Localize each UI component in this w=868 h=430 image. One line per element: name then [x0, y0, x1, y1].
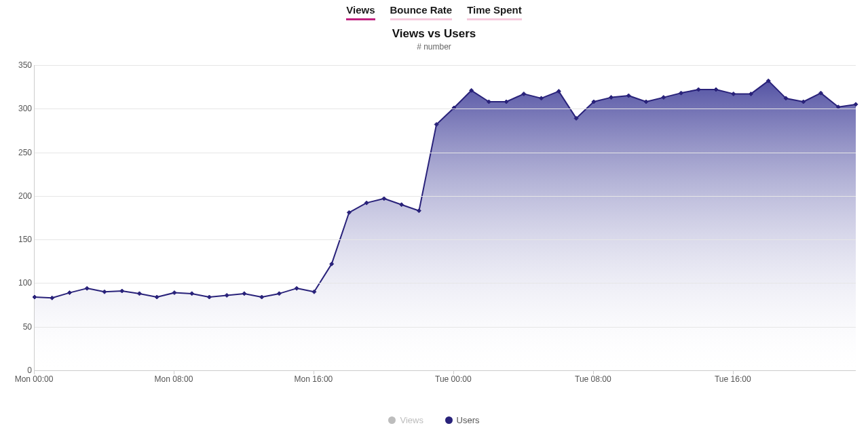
- plot-box[interactable]: [34, 65, 856, 371]
- tab-views[interactable]: Views: [346, 4, 375, 20]
- grid-line: [35, 153, 856, 153]
- grid-line: [35, 196, 856, 197]
- y-axis-label: 150: [5, 235, 32, 244]
- chart-area: 050100150200250300350Mon 00:00Mon 08:00M…: [0, 52, 868, 404]
- y-axis-label: 0: [5, 366, 32, 375]
- legend-label-users: Users: [457, 415, 480, 425]
- legend-item-users[interactable]: Users: [445, 415, 480, 425]
- y-axis-label: 100: [5, 278, 32, 288]
- grid-line: [35, 239, 856, 240]
- tab-bounce-rate[interactable]: Bounce Rate: [390, 4, 453, 20]
- y-axis-label: 200: [5, 191, 32, 201]
- chart-title: Views vs Users: [0, 27, 868, 41]
- grid-line: [35, 65, 856, 66]
- plot-svg: [35, 65, 856, 370]
- y-axis-label: 50: [5, 322, 32, 332]
- x-axis-label: Mon 16:00: [295, 374, 333, 384]
- grid-line: [35, 109, 856, 109]
- tab-time-spent[interactable]: Time Spent: [467, 4, 522, 20]
- legend-swatch-views: [388, 416, 396, 424]
- x-axis-label: Mon 00:00: [15, 374, 54, 384]
- y-axis-label: 350: [5, 60, 32, 70]
- legend-item-views[interactable]: Views: [388, 415, 423, 425]
- y-axis-label: 250: [5, 148, 32, 157]
- legend-label-views: Views: [400, 415, 423, 425]
- chart-subtitle: # number: [0, 42, 868, 52]
- grid-line: [35, 327, 856, 328]
- y-axis-label: 300: [5, 104, 32, 113]
- legend: Views Users: [0, 415, 868, 426]
- chart-tabs: Views Bounce Rate Time Spent: [0, 0, 868, 20]
- x-axis-label: Tue 08:00: [575, 374, 611, 384]
- x-axis-label: Tue 00:00: [435, 374, 472, 384]
- grid-line: [35, 283, 856, 284]
- x-axis-label: Mon 08:00: [155, 374, 193, 384]
- x-axis-label: Tue 16:00: [715, 374, 751, 384]
- legend-swatch-users: [445, 416, 453, 424]
